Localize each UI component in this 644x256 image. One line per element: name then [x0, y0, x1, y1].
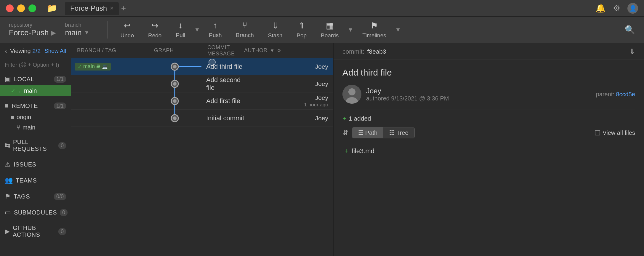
sidebar-back-icon[interactable]: ‹: [5, 47, 7, 55]
author-details: Joey authored 9/13/2021 @ 3:36 PM: [366, 87, 591, 102]
show-all-button[interactable]: Show All: [44, 48, 66, 54]
timelines-dropdown-icon[interactable]: ▼: [393, 26, 403, 33]
view-all-files-toggle[interactable]: View all files: [595, 129, 635, 136]
branch-dropdown-icon[interactable]: ▼: [84, 30, 89, 36]
pop-icon: ⇑: [298, 21, 305, 31]
sidebar-section-teams: 👥 TEAMS: [0, 172, 71, 188]
sidebar-item-main-local[interactable]: ✓ ⑂ main: [0, 85, 71, 96]
branch-info: branch main ▼: [65, 22, 89, 37]
local-icon: ▣: [5, 75, 11, 83]
stash-button[interactable]: ⇓ Stash: [261, 18, 290, 41]
search-button[interactable]: 🔍: [625, 25, 635, 35]
github-actions-count: 0: [58, 228, 66, 235]
redo-label: Redo: [148, 32, 161, 39]
view-all-checkbox[interactable]: [595, 130, 600, 135]
author-filter-icon[interactable]: ▼: [270, 48, 275, 53]
github-actions-section-header[interactable]: ▶ GITHUB ACTIONS 0: [0, 222, 71, 241]
undo-label: Undo: [121, 32, 134, 39]
col-graph: GRAPH: [154, 47, 207, 54]
push-icon: ↑: [213, 21, 217, 30]
tab-force-push[interactable]: Force-Push ×: [65, 2, 119, 15]
commit-branch-cell: ✓ main 🖶 💻: [71, 63, 148, 71]
sidebar-item-main-label: main: [24, 87, 37, 94]
local-section-header[interactable]: ▣ LOCAL 1/1: [0, 73, 71, 85]
pull-requests-title: PULL REQUESTS: [13, 139, 55, 152]
commit-message-cell: Add second file: [201, 76, 250, 92]
push-label: Push: [209, 32, 222, 39]
filter-input[interactable]: [5, 62, 71, 68]
timelines-button[interactable]: ⚑ Timelines: [355, 18, 393, 41]
commit-row[interactable]: Add first file Joey 1 hour ago: [71, 92, 333, 110]
push-button[interactable]: ↑ Push: [202, 18, 229, 41]
right-panel-body: Add third file Joey authored 9/13/2021 @…: [334, 60, 644, 256]
pull-icon: ↓: [178, 21, 182, 30]
commit-message-cell: Initial commit: [201, 114, 250, 122]
folder-icon[interactable]: 📁: [47, 3, 57, 13]
sidebar-item-origin[interactable]: ■ origin: [0, 112, 71, 122]
undo-button[interactable]: ↩ Undo: [113, 18, 141, 41]
repo-label: repository: [9, 22, 56, 28]
boards-button[interactable]: ▦ Boards: [314, 18, 346, 41]
maximize-button[interactable]: [28, 4, 36, 12]
commit-graph-cell: [148, 58, 201, 75]
submodules-section-header[interactable]: ▭ SUBMODULES 0: [0, 206, 71, 219]
toolbar: repository Force-Push ▶ branch main ▼ ↩ …: [0, 17, 644, 43]
svg-point-12: [173, 116, 177, 120]
toolbar-actions: ↩ Undo ↪ Redo ↓ Pull ▼ ↑ Push ⑂ Branch ⇓…: [113, 18, 625, 41]
submodules-title: SUBMODULES: [14, 209, 57, 216]
commit-list: ✓ main 🖶 💻 Add third file: [71, 58, 333, 256]
parent-info: parent: 8ccd5e: [596, 91, 635, 98]
tags-section-header[interactable]: ⚑ TAGS 0/0: [0, 190, 71, 203]
origin-icon: ■: [11, 114, 14, 121]
sidebar-top: ‹ Viewing 2/2 Show All: [0, 43, 71, 59]
commit-message-text: Add third file: [206, 63, 242, 70]
author-settings-icon[interactable]: ⚙: [277, 48, 281, 53]
branch-tag-main: ✓ main 🖶 💻: [75, 63, 111, 71]
col-message: COMMIT MESSAGE: [207, 44, 244, 57]
pop-button[interactable]: ⇑ Pop: [289, 18, 314, 41]
branch-button[interactable]: ⑂ Branch: [229, 18, 261, 41]
redo-button[interactable]: ↪ Redo: [141, 18, 169, 41]
added-row: + 1 added: [342, 115, 635, 122]
teams-icon: 👥: [5, 177, 13, 184]
commit-row[interactable]: ✓ main 🖶 💻 Add third file: [71, 58, 333, 75]
pull-requests-section-header[interactable]: ↹ PULL REQUESTS 0: [0, 136, 71, 155]
sidebar-section-submodules: ▭ SUBMODULES 0: [0, 204, 71, 220]
author-avatar: [342, 85, 361, 104]
add-tab-button[interactable]: +: [121, 4, 126, 13]
sidebar-section-local: ▣ LOCAL 1/1 ✓ ⑂ main: [0, 71, 71, 98]
branch-name-area: main ▼: [65, 28, 89, 37]
commit-row[interactable]: Add second file Joey: [71, 75, 333, 92]
download-icon[interactable]: ⇓: [629, 47, 635, 56]
view-toggle: ☰ Path ☷ Tree: [352, 127, 415, 138]
sidebar-section-tags: ⚑ TAGS 0/0: [0, 188, 71, 204]
timelines-label: Timelines: [362, 32, 386, 39]
commit-message-cell: Add first file: [201, 97, 250, 105]
close-button[interactable]: [6, 4, 14, 12]
minimize-button[interactable]: [17, 4, 25, 12]
notifications-icon[interactable]: 🔔: [595, 3, 606, 13]
teams-section-header[interactable]: 👥 TEAMS: [0, 174, 71, 187]
author-name-detail: Joey: [366, 87, 591, 95]
tree-view-button[interactable]: ☷ Tree: [383, 127, 414, 138]
user-avatar[interactable]: 👤: [627, 3, 638, 14]
sort-icon[interactable]: ⇵: [342, 129, 348, 137]
path-view-button[interactable]: ☰ Path: [352, 127, 383, 138]
traffic-lights: [6, 4, 36, 12]
settings-icon[interactable]: ⚙: [613, 3, 620, 13]
branch-name-text[interactable]: main: [65, 28, 81, 37]
pull-dropdown-icon[interactable]: ▼: [192, 26, 202, 33]
sidebar-section-pull-requests: ↹ PULL REQUESTS 0: [0, 135, 71, 156]
commit-row[interactable]: Initial commit Joey: [71, 110, 333, 127]
pull-button[interactable]: ↓ Pull: [169, 18, 192, 41]
branch-check-icon: ✓: [78, 63, 82, 70]
tab-close-icon[interactable]: ×: [110, 5, 113, 12]
file-row[interactable]: + file3.md: [342, 145, 635, 157]
timelines-icon: ⚑: [371, 21, 378, 31]
issues-section-header[interactable]: ⚠ ISSUES: [0, 158, 71, 171]
repo-name-text[interactable]: Force-Push: [9, 28, 49, 37]
branch-label-btn: Branch: [236, 32, 254, 39]
boards-dropdown-icon[interactable]: ▼: [346, 26, 355, 33]
remote-section-header[interactable]: ■ REMOTE 1/1: [0, 100, 71, 112]
sidebar-item-origin-main[interactable]: ⑂ main: [0, 122, 71, 133]
